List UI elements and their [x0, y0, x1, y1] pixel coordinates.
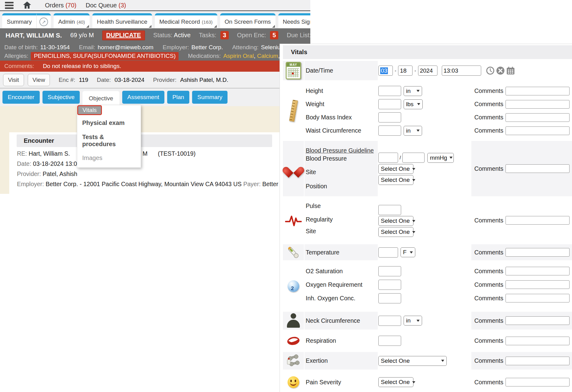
visit-button[interactable]: Visit [3, 74, 24, 86]
pain-comments-input[interactable] [506, 378, 570, 386]
menu-item-tests-procedures[interactable]: Tests & procedures [77, 131, 141, 150]
nav-orders[interactable]: Orders (70) [45, 2, 76, 9]
bp-guideline-link[interactable]: Blood Pressure Guideline [306, 147, 378, 155]
view-button[interactable]: View [28, 74, 50, 86]
bp-site-select[interactable]: Select One [378, 164, 413, 174]
temperature-unit-select[interactable]: F [401, 247, 415, 257]
popout-arrow-icon: ↗ [39, 18, 48, 26]
neck-comments-input[interactable] [506, 316, 570, 325]
weight-comments-input[interactable] [506, 100, 570, 109]
tab-on-screen-forms[interactable]: On Screen Forms [220, 13, 276, 28]
neck-circumference-input[interactable] [378, 316, 401, 326]
vitals-block-exertion: Exertion Select One Comments [283, 352, 572, 370]
calendar-icon: MAY [286, 62, 301, 79]
enc-provider-label: Provider: [153, 77, 176, 83]
respiration-input[interactable] [378, 336, 401, 346]
tab-admin[interactable]: Admin(40) [54, 13, 90, 28]
temperature-input[interactable] [378, 247, 398, 258]
tab-summary[interactable]: Summary [2, 13, 36, 28]
waist-unit-select[interactable]: in [404, 126, 422, 136]
weight-input[interactable] [378, 99, 401, 109]
exertion-comments-input[interactable] [506, 357, 570, 365]
tab-subjective[interactable]: Subjective [42, 91, 80, 104]
bp-diastolic-input[interactable] [402, 153, 425, 163]
encounter-re-line: RE: Hart, William S. 11-30-1954 69 y/o M… [17, 150, 280, 157]
employer-value: Better Corp. [191, 44, 223, 51]
menu-item-images[interactable]: Images [77, 152, 141, 164]
date-month-input[interactable]: 03 [378, 66, 393, 76]
nav-doc-queue[interactable]: Doc Queue (3) [86, 2, 126, 9]
pulse-input[interactable] [378, 205, 401, 215]
bp-unit-select[interactable]: mmHg [427, 153, 454, 163]
open-enc-badge[interactable]: 5 [270, 31, 278, 39]
tasks-label: Tasks: [199, 32, 216, 39]
height-input[interactable] [378, 86, 401, 96]
tab-needs-signed[interactable]: Needs Signed(12) [278, 13, 310, 28]
patient-age-sex: 69 y/o M [70, 32, 94, 39]
o2-saturation-comments-input[interactable] [506, 267, 570, 275]
medication-link[interactable]: Aspirin Oral [223, 53, 254, 59]
oxygen-requirement-comments-input[interactable] [506, 280, 570, 289]
bp-position-select[interactable]: Select One [378, 175, 413, 185]
exertion-label: Exertion [304, 357, 328, 364]
home-icon[interactable] [23, 1, 31, 9]
regularity-select[interactable]: Select One [378, 216, 413, 226]
bmi-input[interactable] [378, 112, 401, 122]
objective-dropdown-menu: Vitals Physical exam Tests & procedures … [77, 105, 141, 168]
tab-summary-popout[interactable]: ↗ [36, 13, 51, 28]
smiley-icon [288, 376, 299, 388]
tasks-badge[interactable]: 3 [220, 31, 229, 39]
vitals-form-table: MAY Date/Time 03 - 18 - 2024 13:03 [283, 61, 572, 392]
bmi-comments: Comments [471, 111, 572, 124]
tab-plan[interactable]: Plan [167, 91, 189, 104]
menu-item-physical-exam[interactable]: Physical exam [77, 117, 141, 129]
waist-comments: Comments [471, 124, 572, 137]
dumbbells-icon [286, 354, 300, 368]
person-silhouette-icon [286, 313, 301, 328]
vitals-block-temperature: Temperature F Comments [283, 244, 572, 260]
tab-encounter[interactable]: Encounter [2, 91, 40, 104]
temperature-comments-input[interactable] [506, 248, 570, 257]
weight-unit-select[interactable]: lbs [404, 99, 423, 109]
neck-unit-select[interactable]: in [404, 316, 422, 326]
menu-item-vitals[interactable]: Vitals [77, 105, 102, 115]
bmi-comments-input[interactable] [506, 113, 570, 122]
hamburger-menu-icon[interactable] [5, 2, 14, 9]
set-time-now-icon[interactable] [486, 66, 494, 75]
inh-oxygen-conc-input[interactable] [378, 293, 401, 303]
time-input[interactable]: 13:03 [442, 66, 481, 76]
tab-assessment[interactable]: Assessment [122, 91, 164, 104]
doc-queue-label: Doc Queue [86, 2, 117, 9]
pulse-comments-input[interactable] [506, 216, 570, 225]
tab-medical-record[interactable]: Medical Record(163) [155, 13, 217, 28]
date-year-input[interactable]: 2024 [418, 66, 437, 76]
neck-comments: Comments [471, 314, 572, 327]
height-comments-input[interactable] [506, 87, 570, 95]
pain-severity-select[interactable]: Select One [378, 377, 413, 387]
bmi-label: Body Mass Index [304, 111, 378, 124]
o2-saturation-input[interactable] [378, 266, 401, 276]
inh-oxygen-conc-comments-input[interactable] [506, 294, 570, 302]
tab-health-surveillance[interactable]: Health Surveillance [92, 13, 152, 28]
duplicate-badge[interactable]: DUPLICATE [102, 30, 145, 40]
enc-date-value: 03-18-2024 [115, 77, 144, 83]
weight-comments: Comments [471, 98, 572, 111]
oxygen-requirement-input[interactable] [378, 280, 401, 290]
tab-summary-soap[interactable]: Summary [192, 91, 228, 104]
allergy-badge[interactable]: PENICILLINS, SULFA(SULFONAMIDE ANTIBIOTI… [31, 52, 179, 60]
height-unit-select[interactable]: in [404, 86, 422, 96]
medication-link[interactable]: Calcium [257, 53, 278, 59]
bp-comments-input[interactable] [506, 164, 570, 173]
exertion-select[interactable]: Select One [378, 356, 447, 366]
bp-systolic-input[interactable] [378, 153, 398, 163]
date-day-input[interactable]: 18 [398, 66, 413, 76]
clear-datetime-icon[interactable] [496, 66, 505, 75]
open-calendar-icon[interactable] [506, 67, 515, 75]
waist-comments-input[interactable] [506, 126, 570, 135]
waist-input[interactable] [378, 126, 401, 136]
inh-oxygen-conc-comments: Comments [471, 291, 572, 305]
enc-provider-value: Ashish Patel, M.D. [180, 77, 228, 83]
pulse-site-select[interactable]: Select One [378, 227, 413, 237]
top-bar: Orders (70) Doc Queue (3) [0, 0, 310, 11]
respiration-comments-input[interactable] [506, 337, 570, 345]
